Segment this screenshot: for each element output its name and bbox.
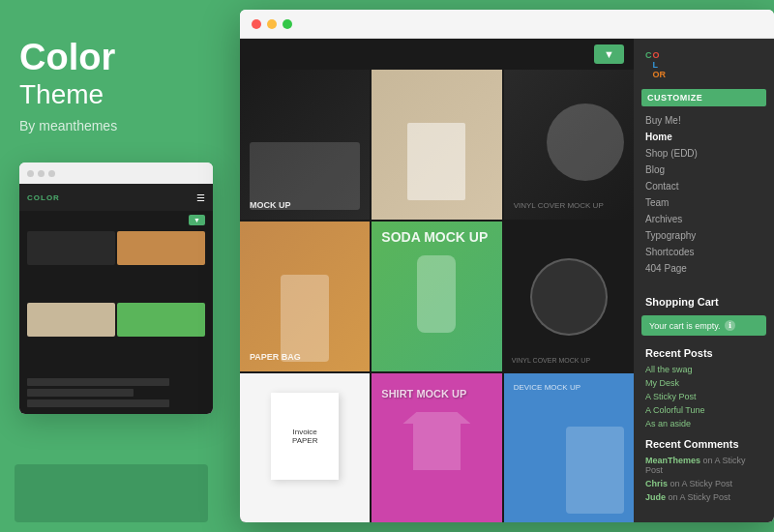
vinyl-label: VINYL COVER MOCK UP: [512, 357, 590, 364]
mini-filter-row: ▼: [19, 211, 213, 229]
mock-tshirt: [402, 412, 470, 470]
main-browser: ▼ Mock up VINYL COVER MOCK UP P: [240, 10, 774, 522]
mini-dot-2: [38, 170, 45, 177]
customize-button[interactable]: CUSTOMIZE: [641, 89, 766, 106]
cart-empty-text: Your cart is empty.: [649, 321, 721, 331]
grid-item-2[interactable]: [372, 70, 501, 220]
comment-text-3: on A Sticky Post: [669, 492, 731, 502]
mini-list-item: [27, 389, 134, 397]
comment-author-1: MeanThemes: [645, 456, 700, 465]
grid-item-4[interactable]: Paper Bag: [240, 222, 370, 371]
portfolio-grid: Mock up VINYL COVER MOCK UP Paper Bag SO…: [240, 70, 634, 522]
portfolio-area: ▼ Mock up VINYL COVER MOCK UP P: [240, 39, 634, 522]
sidebar-logo: C O L OR: [634, 50, 774, 89]
dot-yellow: [267, 19, 277, 29]
nav-item-shortcodes[interactable]: Shortcodes: [634, 244, 774, 260]
mock-text: VINYL COVER MOCK UP: [514, 201, 604, 210]
mock-bag: [281, 275, 329, 362]
mini-browser-bar: [19, 163, 213, 184]
mini-grid: [19, 229, 213, 374]
browser-bar: [240, 10, 774, 39]
mock-paper: [407, 123, 465, 200]
grid-item-9[interactable]: DEVICE MOCK UP: [504, 373, 634, 522]
grid-item-3[interactable]: VINYL COVER MOCK UP: [504, 70, 634, 220]
recent-posts-title: Recent Posts: [634, 340, 774, 363]
logo-or: OR: [653, 70, 667, 79]
logo-o: O: [653, 50, 667, 60]
theme-title: Theme: [19, 79, 213, 110]
grid-item-8[interactable]: SHIRT MOCK UP: [372, 373, 501, 522]
mini-filter-btn: ▼: [189, 215, 205, 225]
mini-grid-item: [117, 231, 205, 265]
grid-item-1[interactable]: Mock up: [240, 70, 370, 220]
nav-item-archives[interactable]: Archives: [634, 211, 774, 227]
comment-author-2: Chris: [645, 479, 668, 488]
grid-item-6[interactable]: VINYL COVER MOCK UP: [504, 222, 634, 371]
mini-browser-content: COLOR ☰ ▼: [19, 184, 213, 414]
mock-can: [417, 255, 456, 333]
recent-comment-2: Chris on A Sticky Post: [634, 477, 774, 490]
logo-c: C: [645, 50, 652, 79]
mock-label: Mock up: [250, 200, 291, 210]
nav-item-typography[interactable]: Typography: [634, 227, 774, 244]
mini-list: [19, 374, 213, 414]
info-icon: ℹ: [725, 320, 735, 331]
recent-post-4[interactable]: A Colorful Tune: [634, 403, 774, 417]
recent-post-2[interactable]: My Desk: [634, 376, 774, 390]
nav-item-shop[interactable]: Shop (EDD): [634, 145, 774, 162]
mock-label-2: Paper Bag: [250, 352, 301, 362]
recent-comment-1: MeanThemes on A Sticky Post: [634, 454, 774, 477]
vinyl-record: [530, 258, 608, 336]
tshirt-label: SHIRT MOCK UP: [381, 388, 466, 399]
recent-post-3[interactable]: A Sticky Post: [634, 390, 774, 403]
sidebar: C O L OR CUSTOMIZE Buy Me! Home Shop (ED…: [634, 39, 774, 522]
phone-label: DEVICE MOCK UP: [514, 383, 580, 392]
mini-grid-item: [27, 231, 115, 265]
portfolio-header: ▼: [240, 39, 634, 70]
nav-item-404[interactable]: 404 Page: [634, 260, 774, 277]
mock-circle: [547, 103, 624, 181]
comment-text-2: on A Sticky Post: [670, 479, 733, 488]
recent-comment-3: Jude on A Sticky Post: [634, 490, 774, 504]
nav-item-buyme[interactable]: Buy Me!: [634, 112, 774, 129]
nav-item-contact[interactable]: Contact: [634, 178, 774, 194]
phone-mockup: [566, 427, 624, 514]
mini-logo: COLOR: [27, 193, 60, 202]
nav-item-team[interactable]: Team: [634, 194, 774, 211]
mini-browser-preview: COLOR ☰ ▼: [19, 163, 213, 414]
recent-comments-title: Recent Comments: [634, 430, 774, 454]
bottom-preview: [15, 464, 208, 522]
mini-hamburger-icon: ☰: [196, 192, 205, 203]
mini-grid-item: [117, 303, 205, 337]
recent-post-1[interactable]: All the swag: [634, 363, 774, 376]
comment-author-3: Jude: [645, 492, 666, 502]
author-label: By meanthemes: [19, 118, 213, 133]
mini-nav: COLOR ☰: [19, 184, 213, 211]
mini-dot-1: [27, 170, 34, 177]
grid-item-7[interactable]: InvoicePAPER: [240, 373, 370, 522]
grid-item-5[interactable]: SODA MOCK UP: [372, 222, 501, 371]
cart-empty: Your cart is empty. ℹ: [641, 315, 766, 336]
mini-grid-item: [27, 303, 115, 337]
left-panel: Color Theme By meanthemes COLOR ☰ ▼: [0, 0, 232, 532]
browser-content: ▼ Mock up VINYL COVER MOCK UP P: [240, 39, 774, 522]
mini-list-item: [27, 399, 169, 407]
mini-list-item: [27, 378, 169, 386]
dot-red: [252, 19, 261, 29]
nav-menu: Buy Me! Home Shop (EDD) Blog Contact Tea…: [634, 112, 774, 277]
nav-item-home[interactable]: Home: [634, 129, 774, 145]
nav-item-blog[interactable]: Blog: [634, 162, 774, 178]
paper-mockup: InvoicePAPER: [271, 393, 339, 480]
shopping-cart-title: Shopping Cart: [634, 288, 774, 311]
soda-label: SODA MOCK UP: [381, 229, 488, 245]
filter-button[interactable]: ▼: [594, 44, 624, 64]
logo-l: L: [653, 60, 667, 70]
recent-post-5[interactable]: As an aside: [634, 417, 774, 430]
dot-green: [283, 19, 292, 29]
mini-dot-3: [48, 170, 55, 177]
color-title: Color: [19, 39, 213, 75]
